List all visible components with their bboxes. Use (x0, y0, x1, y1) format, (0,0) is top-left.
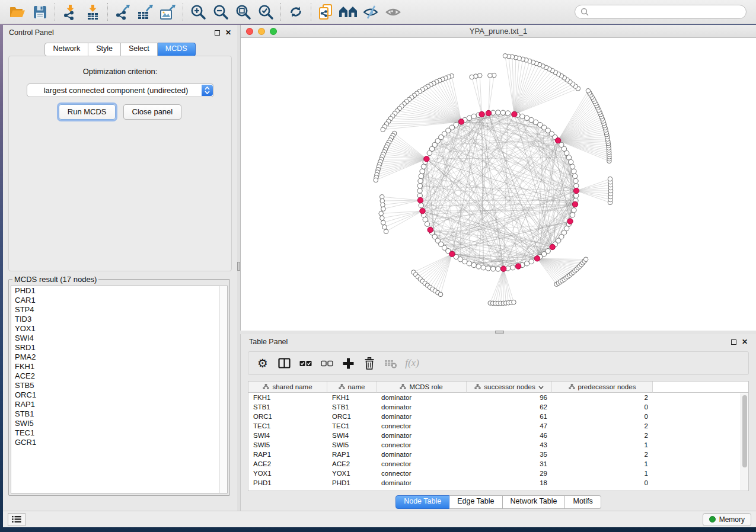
table-row[interactable]: PHD1PHD1dominator180 (248, 478, 748, 488)
network-canvas[interactable] (241, 38, 756, 331)
node-table[interactable]: shared namenameMCDS rolesuccessor nodesp… (248, 381, 749, 491)
memory-status-icon (709, 516, 716, 523)
close-panel-icon[interactable]: ✕ (225, 29, 231, 36)
select-all-button[interactable] (295, 354, 316, 373)
close-panel-icon[interactable]: ✕ (742, 338, 748, 345)
show-graphics-details-button[interactable] (382, 2, 405, 22)
deselect-all-button[interactable] (316, 354, 337, 373)
cell-role: dominator (377, 431, 467, 440)
table-panel-title: Table Panel (249, 338, 288, 346)
refresh-layout-button[interactable] (285, 2, 307, 22)
table-header-row: shared namenameMCDS rolesuccessor nodesp… (248, 382, 748, 393)
tab-network[interactable]: Network (44, 43, 88, 56)
table-row[interactable]: ORC1ORC1dominator610 (248, 412, 748, 421)
mcds-result-item[interactable]: GCR1 (11, 438, 227, 447)
tab-style[interactable]: Style (88, 43, 121, 56)
zoom-out-button[interactable] (209, 2, 232, 22)
table-row[interactable]: SWI5SWI5connector431 (248, 440, 748, 450)
mcds-result-item[interactable]: RAP1 (11, 400, 227, 409)
table-settings-button[interactable]: ⚙ (252, 354, 273, 373)
tab-node-table[interactable]: Node Table (395, 495, 449, 509)
table-scrollbar[interactable] (741, 393, 748, 490)
import-network-button[interactable] (59, 2, 81, 22)
table-row[interactable]: RAP1RAP1dominator352 (248, 450, 748, 459)
column-header-successor-nodes[interactable]: successor nodes (467, 382, 552, 393)
mcds-result-item[interactable]: STB1 (11, 409, 227, 419)
float-panel-icon[interactable] (731, 339, 736, 345)
export-image-button[interactable] (157, 2, 179, 22)
ndex-network-document-button[interactable] (315, 2, 337, 22)
table-row[interactable]: FKH1FKH1dominator962 (248, 393, 748, 402)
export-table-button[interactable] (134, 2, 157, 22)
table-row[interactable]: YOX1YOX1connector291 (248, 469, 748, 478)
float-panel-icon[interactable] (215, 30, 220, 36)
delete-column-button[interactable] (359, 354, 380, 373)
tab-select[interactable]: Select (121, 43, 158, 56)
column-header-name[interactable]: name (327, 382, 377, 393)
column-label: MCDS role (409, 383, 442, 390)
table-row[interactable]: ACE2ACE2connector311 (248, 459, 748, 469)
column-header-predecessor-nodes[interactable]: predecessor nodes (552, 382, 653, 393)
cell-shared_name: RAP1 (248, 450, 327, 459)
mcds-result-item[interactable]: PHD1 (11, 286, 227, 296)
mcds-result-item[interactable]: TEC1 (11, 428, 227, 438)
task-history-button[interactable] (8, 513, 25, 526)
mcds-result-title: MCDS result (17 nodes) (12, 275, 98, 284)
save-session-button[interactable] (28, 2, 51, 22)
search-input[interactable] (592, 7, 741, 17)
cell-predecessors: 2 (552, 431, 653, 440)
export-network-button[interactable] (111, 2, 134, 22)
optimization-criterion-dropdown[interactable]: largest connected component (undirected) (27, 84, 214, 97)
table-row[interactable]: TEC1TEC1connector472 (248, 421, 748, 431)
mcds-result-item[interactable]: CAR1 (11, 296, 227, 305)
delete-table-button[interactable] (380, 354, 401, 373)
column-header-shared-name[interactable]: shared name (248, 382, 327, 393)
mcds-result-list[interactable]: PHD1CAR1STP4TID3YOX1SWI4SRD1PMA2FKH1ACE2… (11, 286, 228, 493)
toolbar-separator (311, 3, 311, 21)
zoom-selected-button[interactable] (254, 2, 277, 22)
function-builder-button[interactable]: f(x) (401, 354, 423, 373)
toolbar-separator (55, 3, 55, 21)
add-column-button[interactable] (337, 354, 359, 373)
sort-chevron-icon (538, 386, 544, 389)
table-row[interactable]: SWI4SWI4dominator462 (248, 431, 748, 440)
cell-name: ACE2 (327, 459, 377, 469)
mcds-result-item[interactable]: SRD1 (11, 343, 227, 352)
scrollbar-thumb[interactable] (742, 395, 747, 467)
mcds-result-item[interactable]: SWI5 (11, 419, 227, 428)
search-field[interactable] (575, 5, 747, 19)
zoom-fit-button[interactable] (232, 2, 254, 22)
mcds-result-item[interactable]: STP4 (11, 305, 227, 315)
open-file-button[interactable] (6, 2, 28, 22)
column-header-MCDS-role[interactable]: MCDS role (377, 382, 467, 393)
tab-motifs[interactable]: Motifs (565, 495, 601, 509)
zoom-in-button[interactable] (187, 2, 209, 22)
list-scrollbar[interactable] (219, 286, 227, 493)
network-graph[interactable] (241, 38, 756, 331)
splitter-grip[interactable] (237, 262, 240, 271)
mcds-result-item[interactable]: FKH1 (11, 362, 227, 371)
import-table-button[interactable] (81, 2, 104, 22)
cell-predecessors: 0 (552, 412, 653, 421)
tab-mcds[interactable]: MCDS (158, 43, 196, 56)
mcds-result-item[interactable]: STB5 (11, 381, 227, 390)
splitter-grip[interactable] (495, 331, 504, 334)
cell-shared_name: TEC1 (248, 421, 327, 431)
table-panel-header: Table Panel ✕ (241, 334, 756, 347)
mcds-result-item[interactable]: ORC1 (11, 390, 227, 400)
mcds-result-item[interactable]: SWI4 (11, 334, 227, 343)
mcds-result-item[interactable]: TID3 (11, 315, 227, 324)
mcds-result-item[interactable]: PMA2 (11, 352, 227, 362)
ndex-browse-button[interactable] (337, 2, 360, 22)
memory-button[interactable]: Memory (703, 513, 751, 526)
table-row[interactable]: STB1STB1dominator620 (248, 402, 748, 412)
close-panel-button[interactable]: Close panel (123, 104, 182, 120)
hide-graphics-details-button[interactable] (360, 2, 382, 22)
control-panel-tabs: NetworkStyleSelectMCDS (3, 43, 237, 56)
tab-network-table[interactable]: Network Table (503, 495, 566, 509)
run-mcds-button[interactable]: Run MCDS (59, 104, 116, 120)
mcds-result-item[interactable]: YOX1 (11, 324, 227, 334)
split-view-button[interactable] (273, 354, 295, 373)
tab-edge-table[interactable]: Edge Table (449, 495, 502, 509)
mcds-result-item[interactable]: ACE2 (11, 371, 227, 381)
